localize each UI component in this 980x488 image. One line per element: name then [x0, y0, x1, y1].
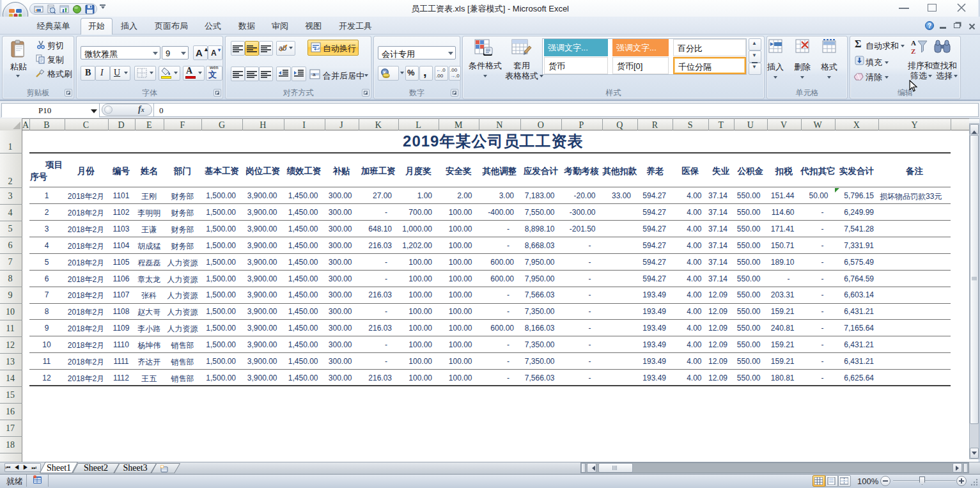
svg-text:A: A [911, 39, 916, 47]
svg-text:Z: Z [911, 47, 915, 55]
svg-text:a: a [313, 72, 316, 77]
